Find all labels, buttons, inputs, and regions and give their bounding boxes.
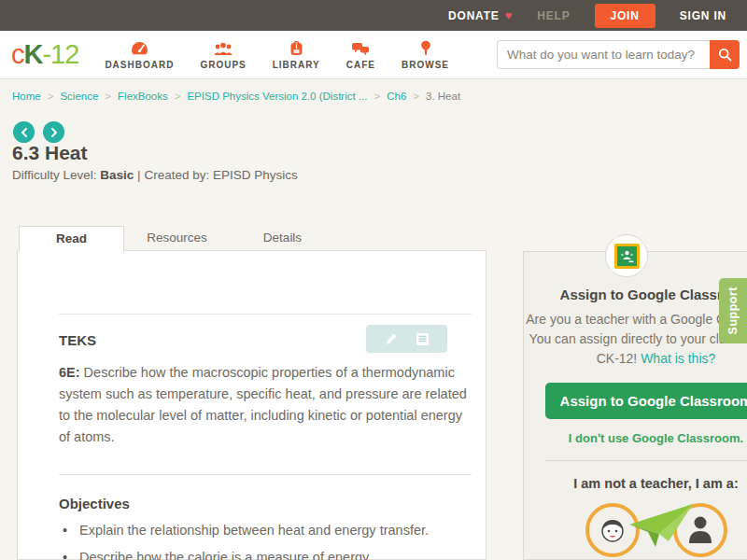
read-content-panel: TEKS 6E: Describe how the macroscopic pr…: [17, 250, 486, 560]
objectives-heading: Objectives: [59, 488, 472, 511]
role-student[interactable]: Student: [585, 503, 640, 560]
support-tab[interactable]: Support: [719, 278, 747, 343]
objective-item: Explain the relationship between heat an…: [59, 523, 472, 538]
join-button[interactable]: JOIN: [595, 4, 655, 28]
chat-bubbles-icon: [351, 40, 370, 56]
teks-text: 6E: Describe how the macroscopic propert…: [59, 362, 470, 448]
panel-divider: [544, 460, 747, 461]
donate-link[interactable]: DONATE ♥: [448, 8, 513, 22]
tab-details[interactable]: Details: [230, 226, 335, 251]
help-link[interactable]: HELP: [537, 9, 570, 22]
main-navbar: cK-12 DASHBOARD GROUPS LIBRARY CAFE BROW…: [0, 31, 747, 79]
nav-item-cafe[interactable]: CAFE: [333, 31, 388, 79]
objective-item: Describe how the calorie is a measure of…: [59, 550, 472, 560]
nav-item-dashboard[interactable]: DASHBOARD: [92, 31, 187, 79]
classroom-panel-text: Are you a teacher with a Google Classroo…: [524, 310, 747, 369]
search-input[interactable]: [497, 40, 710, 69]
search-button[interactable]: [710, 40, 740, 69]
breadcrumb-chapter[interactable]: Ch6: [387, 91, 406, 102]
nav-item-library[interactable]: LIBRARY: [260, 31, 333, 79]
lightbulb-icon: [420, 40, 431, 56]
breadcrumb: Home > Science > FlexBooks > EPISD Physi…: [12, 91, 460, 102]
search-bar: [497, 40, 740, 69]
difficulty-value: Basic: [100, 168, 134, 182]
chevron-left-icon: [21, 128, 28, 137]
classroom-panel-heading: Assign to Google Classroom: [524, 287, 747, 302]
lesson-pager: [13, 121, 64, 143]
google-classroom-badge: [605, 234, 648, 277]
nav-item-browse[interactable]: BROWSE: [388, 31, 462, 79]
gauge-icon: [131, 40, 148, 56]
heart-icon: ♥: [505, 8, 514, 22]
what-is-this-link[interactable]: What is this?: [641, 351, 715, 366]
people-icon: [213, 40, 233, 56]
lesson-meta: Difficulty Level: Basic | Created by: EP…: [12, 168, 298, 182]
top-utility-bar: DONATE ♥ HELP JOIN SIGN IN: [0, 0, 747, 31]
google-classroom-icon: [614, 244, 640, 269]
assign-classroom-panel: Assign to Google Classroom Are you a tea…: [523, 251, 747, 560]
notes-icon[interactable]: [416, 332, 430, 346]
search-icon: [718, 48, 732, 62]
student-icon: [585, 503, 640, 557]
role-selector: Student Parent: [524, 503, 747, 560]
assign-classroom-button[interactable]: Assign to Google Classroom: [545, 383, 747, 419]
breadcrumb-home[interactable]: Home: [12, 91, 41, 102]
section-divider: [59, 474, 472, 475]
nav-item-groups[interactable]: GROUPS: [187, 31, 259, 79]
created-by-value: EPISD Physics: [213, 168, 298, 182]
teks-header-row: TEKS: [59, 325, 472, 353]
share-watermark: SHARE: [644, 523, 675, 531]
content-tabs: Read Resources Details: [19, 226, 335, 251]
breadcrumb-book[interactable]: EPISD Physics Version 2.0 (District ...: [187, 91, 367, 102]
previous-lesson-button[interactable]: [13, 121, 35, 143]
objectives-list: Explain the relationship between heat an…: [59, 523, 472, 560]
next-lesson-button[interactable]: [43, 121, 64, 143]
chevron-right-icon: [50, 128, 58, 137]
page-title: 6.3 Heat: [12, 142, 88, 164]
pencil-icon[interactable]: [384, 331, 399, 346]
sign-in-button[interactable]: SIGN IN: [680, 9, 726, 22]
breadcrumb-science[interactable]: Science: [60, 91, 98, 102]
annotation-toolbar[interactable]: [366, 325, 447, 353]
breadcrumb-flexbooks[interactable]: FlexBooks: [118, 91, 168, 102]
ck12-logo[interactable]: cK-12: [11, 39, 78, 70]
not-teacher-text: I am not a teacher, I am a:: [524, 476, 747, 491]
teks-heading: TEKS: [59, 325, 96, 348]
section-divider: [59, 314, 472, 315]
backpack-icon: [289, 40, 304, 56]
dont-use-classroom-link[interactable]: I don't use Google Classroom.: [524, 431, 747, 445]
tab-read[interactable]: Read: [19, 226, 124, 251]
tab-resources[interactable]: Resources: [124, 226, 230, 251]
parent-icon: [673, 503, 727, 557]
breadcrumb-current: 3. Heat: [426, 91, 460, 102]
role-parent[interactable]: Parent: [673, 503, 727, 560]
